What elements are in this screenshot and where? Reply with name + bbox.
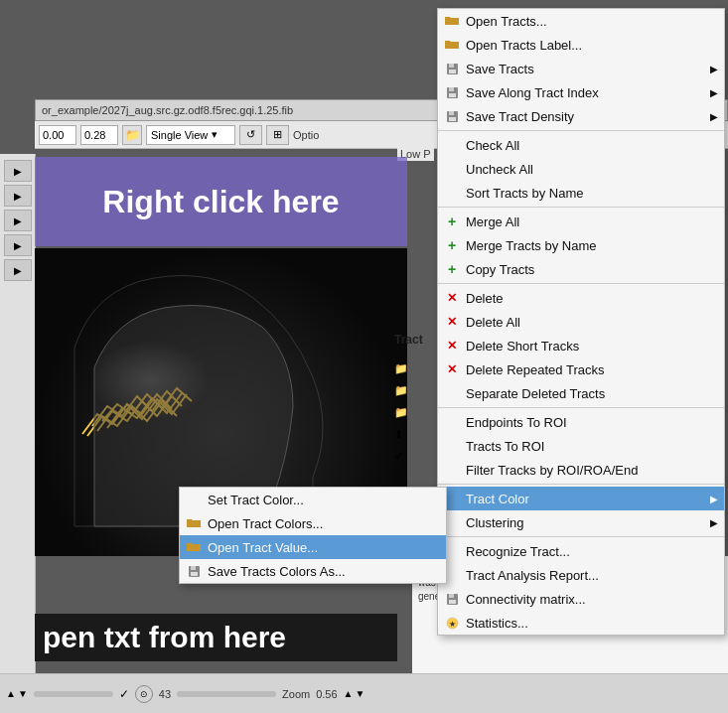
clustering-label: Clustering	[466, 515, 524, 530]
tract-row-5: ✓	[392, 445, 442, 467]
filter-tracks-label: Filter Tracks by ROI/ROA/End	[466, 463, 638, 478]
context-menu-secondary: Set Tract Color...Open Tract Colors...Op…	[179, 487, 447, 584]
expand-button[interactable]: ⊞	[266, 125, 289, 145]
stepper-1[interactable]: ▲▼	[6, 688, 28, 699]
svg-rect-10	[449, 117, 456, 121]
menu-item-delete-all[interactable]: ✕Delete All	[438, 310, 724, 334]
svg-rect-7	[449, 93, 456, 97]
save-tracts-label: Save Tracts	[466, 62, 534, 76]
sec-menu-item-open-tract-colors[interactable]: Open Tract Colors...	[180, 511, 446, 535]
menu-item-tract-color[interactable]: Tract Color▶	[438, 487, 724, 510]
refresh-button[interactable]: ↺	[239, 125, 262, 145]
connectivity-label: Connectivity matrix...	[466, 592, 586, 607]
menu-item-tract-analysis[interactable]: Tract Analysis Report...	[438, 563, 724, 587]
panel-icon-1[interactable]: ▶	[4, 160, 32, 182]
sec-menu-item-save-tracts-colors[interactable]: Save Tracts Colors As...	[180, 559, 446, 583]
context-menu-main: Open Tracts...Open Tracts Label...Save T…	[437, 8, 725, 636]
menu-item-save-tract-density[interactable]: Save Tract Density▶	[438, 104, 724, 128]
menu-item-merge-all[interactable]: +Merge All	[438, 210, 724, 233]
open-tract-colors-label: Open Tract Colors...	[208, 516, 323, 531]
panel-icon-3[interactable]: ▶	[4, 210, 32, 231]
merge-tracts-name-icon: +	[444, 237, 460, 253]
menu-item-save-tracts[interactable]: Save Tracts▶	[438, 57, 724, 80]
svg-rect-17	[191, 566, 196, 570]
value1-input[interactable]: 0.00	[39, 125, 76, 145]
save-tract-density-icon	[444, 108, 460, 124]
menu-item-recognize-tract[interactable]: Recognize Tract...	[438, 539, 724, 563]
tract-row-2: 📁	[392, 379, 442, 401]
chevron-down-icon: ▾	[212, 128, 218, 141]
menu-separator-separator5	[438, 484, 724, 485]
svg-rect-9	[449, 111, 454, 115]
menu-item-copy-tracts[interactable]: +Copy Tracts	[438, 257, 724, 281]
delete-short-icon: ✕	[444, 338, 460, 354]
svg-rect-6	[449, 87, 454, 91]
open-txt-annotation: pen txt from here	[35, 614, 397, 661]
merge-tracts-name-label: Merge Tracts by Name	[466, 238, 597, 253]
slider-1[interactable]	[34, 691, 113, 697]
tract-upload-icon: ⬆	[394, 428, 403, 441]
tract-area: 📁 📁 📁 ⬆ ✓	[392, 357, 442, 467]
menu-item-filter-tracks[interactable]: Filter Tracks by ROI/ROA/End	[438, 458, 724, 482]
menu-separator-separator2	[438, 207, 724, 208]
open-tracts-label-icon	[444, 37, 460, 53]
right-click-annotation: Right click here	[35, 157, 407, 246]
tract-row-1: 📁	[392, 357, 442, 379]
svg-rect-13	[449, 600, 456, 604]
check-all-label: Check All	[466, 138, 519, 153]
menu-item-connectivity[interactable]: Connectivity matrix...	[438, 587, 724, 611]
panel-icon-4[interactable]: ▶	[4, 234, 32, 256]
open-tracts-label-label: Open Tracts Label...	[466, 38, 582, 53]
tract-folder-icon-3: 📁	[394, 406, 408, 419]
menu-item-clustering[interactable]: Clustering▶	[438, 510, 724, 534]
tract-color-label: Tract Color	[466, 492, 529, 506]
delete-repeated-label: Delete Repeated Tracks	[466, 362, 604, 377]
tract-folder-icon-2: 📁	[394, 384, 408, 397]
menu-item-check-all[interactable]: Check All	[438, 133, 724, 157]
open-tract-value-icon	[186, 539, 202, 555]
save-along-tract-arrow-icon: ▶	[710, 87, 718, 98]
menu-item-open-tracts[interactable]: Open Tracts...	[438, 9, 724, 33]
menu-item-merge-tracts-name[interactable]: +Merge Tracts by Name	[438, 233, 724, 257]
stepper-2[interactable]: ▲▼	[344, 688, 365, 699]
save-tracts-icon	[444, 61, 460, 76]
connectivity-icon	[444, 591, 460, 607]
save-tracts-colors-label: Save Tracts Colors As...	[208, 564, 346, 579]
tracts-roi-label: Tracts To ROI	[466, 439, 544, 454]
save-tracts-colors-icon	[186, 563, 202, 579]
zoom-label: Zoom	[282, 688, 310, 700]
slider-2[interactable]	[177, 691, 276, 697]
panel-icon-5[interactable]: ▶	[4, 259, 32, 281]
menu-item-open-tracts-label[interactable]: Open Tracts Label...	[438, 33, 724, 57]
status-bar: ▲▼ ✓ ⊙ 43 Zoom 0.56 ▲▼	[0, 673, 728, 713]
copy-tracts-icon: +	[444, 261, 460, 277]
menu-item-save-along-tract[interactable]: Save Along Tract Index▶	[438, 80, 724, 104]
value2-input[interactable]: 0.28	[80, 125, 118, 145]
checkbox-1[interactable]: ✓	[119, 687, 129, 701]
folder-open-button[interactable]: 📁	[122, 125, 142, 145]
sec-menu-item-open-tract-value[interactable]: Open Tract Value...	[180, 535, 446, 559]
zoom-value: 0.56	[316, 688, 337, 700]
open-tract-colors-icon	[186, 515, 202, 531]
menu-item-delete[interactable]: ✕Delete	[438, 286, 724, 310]
menu-item-delete-repeated[interactable]: ✕Delete Repeated Tracks	[438, 357, 724, 381]
panel-icon-2[interactable]: ▶	[4, 185, 32, 207]
view-mode-dropdown[interactable]: Single View ▾	[146, 125, 235, 145]
menu-item-statistics[interactable]: ★Statistics...	[438, 611, 724, 635]
menu-item-uncheck-all[interactable]: Uncheck All	[438, 157, 724, 181]
open-tracts-icon	[444, 13, 460, 29]
save-tract-density-arrow-icon: ▶	[710, 111, 718, 122]
menu-item-separate-deleted[interactable]: Separate Deleted Tracts	[438, 381, 724, 405]
menu-item-tracts-roi[interactable]: Tracts To ROI	[438, 434, 724, 458]
menu-item-delete-short[interactable]: ✕Delete Short Tracks	[438, 334, 724, 357]
menu-separator-separator3	[438, 283, 724, 284]
open-tracts-label: Open Tracts...	[466, 14, 547, 29]
svg-rect-4	[449, 70, 456, 73]
svg-rect-12	[449, 594, 454, 598]
menu-item-endpoints-roi[interactable]: Endpoints To ROI	[438, 410, 724, 434]
menu-item-sort-tracts[interactable]: Sort Tracts by Name	[438, 181, 724, 205]
delete-all-icon: ✕	[444, 314, 460, 330]
sec-menu-item-set-tract-color[interactable]: Set Tract Color...	[180, 488, 446, 511]
merge-all-icon: +	[444, 214, 460, 229]
left-panel: ▶ ▶ ▶ ▶ ▶	[0, 154, 36, 673]
